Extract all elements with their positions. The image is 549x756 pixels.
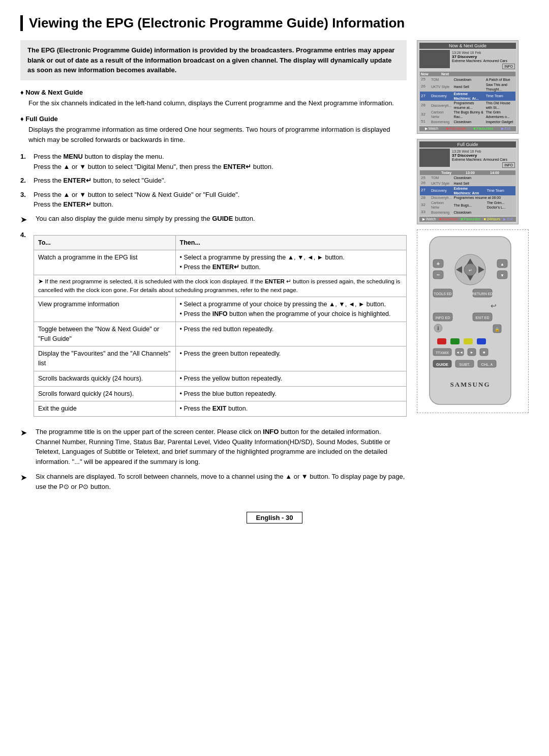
- svg-text:↵: ↵: [469, 268, 472, 273]
- epg-screen-1: Now & Next Guide 13:28 Wed 16 Feb 37 Dis…: [417, 40, 518, 134]
- step-2-content: Press the ENTER↵ button, to select "Guid…: [34, 176, 166, 186]
- svg-rect-30: [450, 338, 460, 344]
- right-column: Now & Next Guide 13:28 Wed 16 Feb 37 Dis…: [417, 40, 529, 497]
- svg-text:■: ■: [483, 351, 485, 354]
- svg-text:+: +: [437, 260, 440, 267]
- epg-mini-table-2: 25TOMClosedown 26UKTV StyleHand Sell 27D…: [420, 176, 515, 215]
- epg-info-btn-1: INFO: [502, 64, 515, 69]
- table-row-note: ➤ If the next programme is selected, it …: [34, 275, 407, 297]
- table-cell-to: View programme information: [34, 297, 176, 322]
- bottom-note-2-text: Six channels are displayed. To scroll be…: [36, 472, 407, 491]
- svg-text:CHL.∧: CHL.∧: [481, 362, 493, 367]
- epg-time-1: 13:28 Wed 16 Feb: [452, 51, 515, 54]
- remote-svg: ↵ + − ▲ ▼ TOOLS ED RETURN: [422, 234, 524, 409]
- list-item: 27DiscoveryExtreme Machines: ArmTime Tea…: [420, 186, 515, 195]
- epg-screen-1-bottom: ▶ Watch■ Full Guide■ Favourites▶ Exit: [419, 126, 516, 131]
- step-4: 4. To... Then... Watch a programme in th…: [20, 230, 407, 422]
- step-2-num: 2.: [20, 176, 29, 186]
- svg-text:►: ►: [470, 351, 474, 354]
- list-item: 26UKTV StyleHand Sell: [420, 181, 515, 186]
- remote-illustration: ↵ + − ▲ ▼ TOOLS ED RETURN: [422, 234, 518, 407]
- arrow-sym-1: ➤: [20, 427, 32, 467]
- epg-channel-2: 37 Discovery: [452, 153, 515, 158]
- table-row: Watch a programme in the EPG list • Sele…: [34, 250, 407, 275]
- step-1: 1. Press the MENU button to display the …: [20, 152, 407, 171]
- table-cell-then: • Press the yellow button repeatedly.: [175, 371, 406, 386]
- svg-text:◄◄: ◄◄: [456, 351, 463, 354]
- step-3-content: Press the ▲ or ▼ button to select "Now &…: [34, 190, 239, 210]
- table-row: Scrolls backwards quickly (24 hours). • …: [34, 371, 407, 386]
- step-4-num: 4.: [20, 230, 29, 422]
- svg-rect-31: [464, 338, 473, 344]
- list-item: 28Discoveryh...Programmes resume at...Th…: [420, 101, 515, 110]
- bottom-notes: ➤ The programme title is on the upper pa…: [20, 427, 407, 491]
- guide-note-text: You can also display the guide menu simp…: [36, 214, 255, 226]
- epg-time-2: 13:28 Wed 16 Feb: [452, 150, 515, 153]
- svg-text:TOOLS ED: TOOLS ED: [434, 292, 451, 296]
- table-cell-to: Scrolls forward quickly (24 hours).: [34, 386, 176, 401]
- table-cell-to: Watch a programme in the EPG list: [34, 250, 176, 275]
- list-item: 26UKTV StyleHand SellSaw This and Though…: [420, 82, 515, 92]
- table-cell-to: Toggle between the "Now & Next Guide" or…: [34, 322, 176, 346]
- section1-header: Now & Next Guide: [20, 89, 407, 96]
- svg-text:RETURN ED: RETURN ED: [472, 292, 493, 296]
- section1-body: For the six channels indicated in the le…: [28, 98, 407, 108]
- table-col2: Then...: [175, 235, 406, 250]
- epg-info-btn-2: INFO: [502, 162, 515, 168]
- svg-text:↩: ↩: [491, 302, 497, 310]
- svg-rect-29: [437, 338, 446, 344]
- svg-text:SAMSUNG: SAMSUNG: [450, 381, 490, 388]
- epg-channel-1: 37 Discovery: [452, 54, 515, 59]
- footer: English - 30: [20, 512, 529, 524]
- table-row: Scrolls forward quickly (24 hours). • Pr…: [34, 386, 407, 401]
- epg-screen-2-bottom: ▶ Watch■ Now/Next■ Favourites■ 24Hours▶ …: [419, 217, 516, 222]
- table-cell-then: • Press the green button repeatedly.: [175, 346, 406, 371]
- bottom-note-1: ➤ The programme title is on the upper pa…: [20, 427, 407, 467]
- arrow-sym-2: ➤: [20, 472, 32, 491]
- list-item: 32Cartoon NetwThe Bugs...The Grim... Doc…: [420, 200, 515, 210]
- epg-col-today: Today: [441, 171, 466, 175]
- epg-screen-2-title: Full Guide: [419, 141, 516, 148]
- step-1-num: 1.: [20, 152, 29, 171]
- list-item: 51BoomerangClosedownInspector Gadget: [420, 119, 515, 124]
- svg-text:▼: ▼: [500, 273, 504, 278]
- step-3: 3. Press the ▲ or ▼ button to select "No…: [20, 190, 407, 210]
- svg-text:INFO ED: INFO ED: [436, 316, 450, 319]
- epg-thumb-1: [419, 50, 450, 68]
- table-note: ➤ If the next programme is selected, it …: [34, 275, 407, 297]
- bottom-note-2: ➤ Six channels are displayed. To scroll …: [20, 472, 407, 491]
- table-row: View programme information • Select a pr…: [34, 297, 407, 322]
- svg-text:▲: ▲: [500, 262, 504, 267]
- step-1-content: Press the MENU button to display the men…: [34, 152, 273, 171]
- epg-guide-table: To... Then... Watch a programme in the E…: [34, 235, 407, 417]
- list-item: 32Cartoon NetwThe Bugs Bunny & Rac...The…: [420, 110, 515, 119]
- section2-body: Displays the programme information as ti…: [28, 125, 407, 144]
- svg-rect-32: [477, 338, 486, 344]
- epg-col-1300: 13:00: [466, 171, 490, 175]
- svg-text:🔒: 🔒: [495, 327, 500, 332]
- intro-box: The EPG (Electronic Programme Guide) inf…: [20, 40, 407, 80]
- table-cell-then: • Press the EXIT button.: [175, 401, 406, 417]
- list-item: 25TOMClosedownA Patch of Blue: [420, 77, 515, 82]
- epg-thumb-2: [419, 149, 450, 167]
- step-2: 2. Press the ENTER↵ button, to select "G…: [20, 176, 407, 186]
- guide-note: ➤ You can also display the guide menu si…: [20, 214, 407, 226]
- table-col1: To...: [34, 235, 176, 250]
- table-cell-then: • Select a programme by pressing the ▲, …: [175, 250, 406, 275]
- svg-text:i: i: [438, 326, 439, 331]
- epg-programme-2: Extreme Machines: Armoured Cars: [452, 158, 515, 161]
- epg-mini-table-1: 25TOMClosedownA Patch of Blue 26UKTV Sty…: [420, 77, 515, 125]
- svg-text:TTXMIX: TTXMIX: [436, 351, 449, 355]
- step-3-num: 3.: [20, 190, 29, 210]
- arrow-sym: ➤: [20, 214, 32, 226]
- list-item: 27DiscoveryExtreme Machines: Ar...Time T…: [420, 92, 515, 101]
- table-cell-then: • Select a programme of your choice by p…: [175, 297, 406, 322]
- epg-col-1400: 14:00: [490, 171, 514, 175]
- page-title: Viewing the EPG (Electronic Programme Gu…: [20, 15, 529, 31]
- list-item: 28Discoveryh...Programmes resume at 06:0…: [420, 195, 515, 200]
- footer-page-label: English - 30: [247, 512, 303, 524]
- epg-screen-1-title: Now & Next Guide: [419, 43, 516, 49]
- table-cell-to: Exit the guide: [34, 401, 176, 417]
- table-cell-then: • Press the blue button repeatedly.: [175, 386, 406, 401]
- epg-screen-2: Full Guide 13:28 Wed 16 Feb 37 Discovery…: [417, 139, 518, 224]
